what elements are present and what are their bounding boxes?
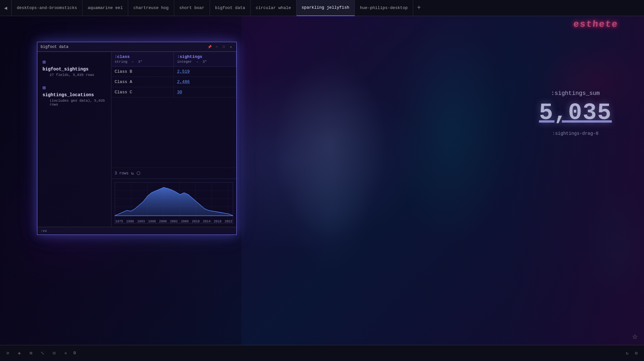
bottom-icon-grid[interactable]: ⊞ bbox=[27, 349, 35, 357]
bottom-count: 0 bbox=[73, 351, 76, 356]
column-headers: :class string – 3* :sightings integer – … bbox=[111, 52, 236, 67]
tab-short-boar[interactable]: short boar bbox=[174, 0, 210, 16]
window-close-btn[interactable]: ✕ bbox=[229, 45, 233, 49]
table-item-bigfoot-sightings[interactable]: ⊞ bigfoot_sightings 27 fields, 5,035 row… bbox=[41, 57, 108, 79]
sightings-sum-label: :sightings_sum bbox=[539, 90, 612, 97]
tab-bar: ◀ desktops-and-broomsticks aquamarine ee… bbox=[0, 0, 644, 16]
bottom-icon-slash[interactable]: ⊘ bbox=[4, 349, 12, 357]
star-icon[interactable]: ☆ bbox=[632, 331, 638, 342]
table-item-sightings-locations[interactable]: ⊞ sightings_locations (includes geo data… bbox=[41, 83, 108, 108]
sightings-sum-value: 5,035 bbox=[539, 100, 612, 126]
window-pin-btn[interactable]: 📌 bbox=[207, 45, 212, 49]
sightings-drag-label: :sightings-drag-0 bbox=[539, 131, 612, 136]
cell-class-2: Class C bbox=[111, 87, 174, 97]
cell-class-1: Class A bbox=[111, 77, 174, 87]
cell-sightings-1[interactable]: 2,486 bbox=[174, 77, 236, 87]
art-right bbox=[419, 16, 644, 345]
tab-bigfoot-data[interactable]: bigfoot data bbox=[210, 0, 251, 16]
row-count-label: 3 rows bbox=[115, 171, 128, 176]
bottom-icon-eye[interactable]: ◈ bbox=[15, 349, 23, 357]
tab-aquamarine[interactable]: aquamarine eel bbox=[82, 0, 128, 16]
table-icon-1: ⊞ bbox=[43, 59, 46, 65]
table-name-1: bigfoot_sightings bbox=[43, 67, 106, 72]
window-titlebar: bigfoot data 📌 — □ ✕ bbox=[37, 42, 236, 52]
col-header-sightings-type: integer – 3* bbox=[177, 60, 233, 64]
cell-sightings-2[interactable]: 30 bbox=[174, 87, 236, 97]
tab-add-button[interactable]: + bbox=[413, 0, 425, 16]
tab-desktops[interactable]: desktops-and-broomsticks bbox=[12, 0, 82, 16]
table-meta-2: (includes geo data), 5,035 rows bbox=[50, 99, 106, 106]
tab-nav-back[interactable]: ◀ bbox=[0, 0, 12, 16]
bottom-refresh-icon[interactable]: ↻ bbox=[626, 350, 629, 356]
bottom-icon-resize[interactable]: ⤡ bbox=[39, 349, 46, 357]
window-maximize-btn[interactable]: □ bbox=[222, 45, 226, 49]
right-display: :sightings_sum 5,035 :sightings-drag-0 bbox=[539, 90, 612, 136]
tab-circular-whale[interactable]: circular whale bbox=[251, 0, 296, 16]
tab-hue-philips[interactable]: hue-philips-desktop bbox=[355, 0, 413, 16]
export-icon[interactable]: ⬡ bbox=[137, 171, 140, 176]
table-row[interactable]: Class B 2,519 bbox=[111, 67, 236, 77]
chart-svg bbox=[115, 182, 233, 218]
cell-class-0: Class B bbox=[111, 67, 174, 77]
refresh-icon[interactable]: ↻ bbox=[131, 171, 134, 176]
tab-sparkling-jellyfish[interactable]: sparkling jellyfish bbox=[297, 0, 355, 16]
col-header-sightings-name: :sightings bbox=[177, 54, 233, 59]
col-header-sightings[interactable]: :sightings integer – 3* bbox=[174, 52, 236, 66]
bottom-bar: ⊘ ◈ ⊞ ⤡ ⊟ ✕ 0 ↻ ⚙ bbox=[0, 345, 644, 361]
tables-panel: ⊞ bigfoot_sightings 27 fields, 5,035 row… bbox=[37, 52, 111, 227]
bottom-icon-close[interactable]: ✕ bbox=[62, 349, 70, 357]
table-icon-2: ⊞ bbox=[43, 85, 46, 91]
data-panel: :class string – 3* :sightings integer – … bbox=[111, 52, 236, 227]
bottom-icon-save[interactable]: ⊟ bbox=[50, 349, 58, 357]
window-minimize-btn[interactable]: — bbox=[214, 45, 219, 49]
chart-labels: 1975 1988 1993 1998 2000 2002 2006 2010 … bbox=[115, 220, 233, 223]
tab-chartreuse[interactable]: chartreuse hog bbox=[128, 0, 174, 16]
window-body: ⊞ bigfoot_sightings 27 fields, 5,035 row… bbox=[37, 52, 236, 227]
window-title: bigfoot data bbox=[41, 45, 205, 49]
window-footer: :vv bbox=[37, 227, 236, 235]
cell-sightings-0[interactable]: 2,519 bbox=[174, 67, 236, 77]
col-header-class-type: string – 3* bbox=[115, 60, 170, 64]
neon-sign-decoration: esthete bbox=[573, 19, 619, 29]
data-window: bigfoot data 📌 — □ ✕ ⊞ bigfoot_sightings… bbox=[37, 42, 237, 235]
table-row[interactable]: Class A 2,486 bbox=[111, 77, 236, 87]
footer-label: :vv bbox=[41, 229, 47, 233]
table-meta-1: 27 fields, 5,035 rows bbox=[50, 73, 106, 77]
col-header-class[interactable]: :class string – 3* bbox=[111, 52, 174, 66]
row-count-bar: 3 rows ↻ ⬡ bbox=[111, 168, 236, 179]
table-row[interactable]: Class C 30 bbox=[111, 87, 236, 97]
chart-area: 1975 1988 1993 1998 2000 2002 2006 2010 … bbox=[111, 179, 236, 227]
data-rows: Class B 2,519 Class A 2,486 Class C 30 bbox=[111, 67, 236, 168]
table-name-2: sightings_locations bbox=[43, 92, 106, 97]
col-header-class-name: :class bbox=[115, 54, 170, 59]
bottom-icon-settings[interactable]: ⚙ bbox=[632, 349, 640, 357]
